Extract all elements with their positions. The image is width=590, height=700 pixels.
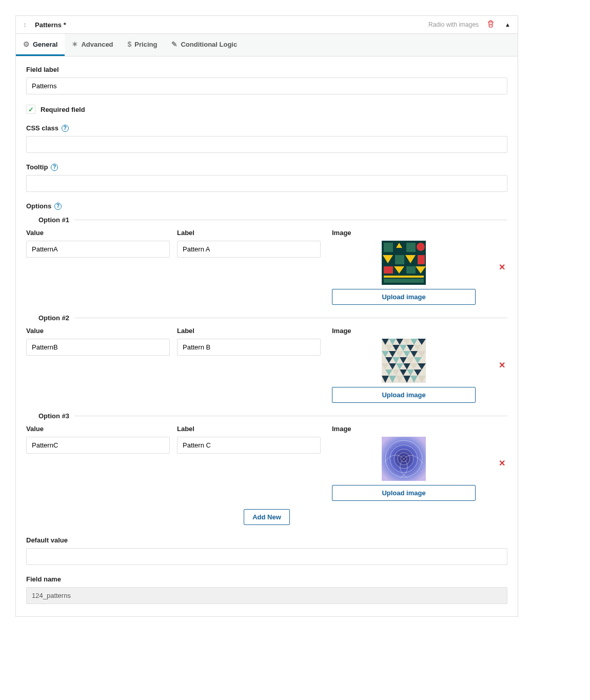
delete-field-button[interactable] [487, 20, 495, 29]
option-image-thumb [382, 339, 426, 383]
panel-body: Field label ✓ Required field CSS class ?… [16, 56, 518, 616]
svg-rect-8 [418, 255, 425, 264]
tab-general[interactable]: ⚙ General [16, 34, 65, 56]
field-label-input[interactable] [26, 77, 507, 94]
tab-label: Conditional Logic [181, 41, 237, 48]
required-label: Required field [41, 106, 85, 113]
option-label-header: Label [177, 425, 321, 433]
option-value-input[interactable] [26, 339, 170, 356]
field-type-label: Radio with images [428, 21, 479, 28]
svg-rect-9 [384, 266, 393, 274]
option-value-input[interactable] [26, 437, 170, 454]
field-editor-panel: ↕ Patterns * Radio with images ▲ ⚙ Gener… [15, 15, 518, 617]
option-image-thumb [382, 241, 426, 285]
option-title: Option #2 [26, 314, 69, 322]
field-name-group: Field name [26, 575, 507, 604]
panel-header: ↕ Patterns * Radio with images ▲ [16, 16, 518, 34]
divider [74, 220, 507, 220]
css-class-group: CSS class ? [26, 124, 507, 153]
tab-conditional-logic[interactable]: ✎ Conditional Logic [164, 34, 244, 56]
svg-rect-3 [406, 243, 416, 252]
sliders-icon: ✶ [72, 40, 78, 48]
tab-advanced[interactable]: ✶ Advanced [65, 34, 120, 56]
default-value-input[interactable] [26, 548, 507, 565]
checkbox-required[interactable]: ✓ [26, 105, 35, 114]
default-value-label: Default value [26, 536, 507, 544]
option-title: Option #3 [26, 412, 69, 420]
css-class-label: CSS class [26, 124, 58, 132]
remove-option-button[interactable]: ✕ [497, 360, 507, 370]
collapse-toggle-icon[interactable]: ▲ [505, 22, 510, 28]
gear-icon: ⚙ [23, 40, 30, 48]
help-icon[interactable]: ? [62, 125, 69, 132]
svg-rect-14 [384, 279, 424, 283]
tooltip-label: Tooltip [26, 163, 48, 171]
tooltip-input[interactable] [26, 175, 507, 192]
svg-rect-11 [406, 266, 416, 274]
option-image-header: Image [332, 425, 476, 433]
svg-point-4 [417, 243, 425, 251]
divider [74, 318, 507, 318]
field-name-input [26, 587, 507, 604]
css-class-input[interactable] [26, 136, 507, 153]
upload-image-button[interactable]: Upload image [332, 485, 476, 501]
field-label-group: Field label [26, 66, 507, 94]
option-label-header: Label [177, 327, 321, 335]
svg-rect-6 [395, 255, 404, 264]
dollar-icon: $ [128, 40, 132, 48]
svg-rect-1 [384, 243, 393, 252]
option-value-header: Value [26, 425, 170, 433]
divider [74, 416, 507, 416]
tabs: ⚙ General ✶ Advanced $ Pricing ✎ Conditi… [16, 34, 518, 56]
tooltip-group: Tooltip ? [26, 163, 507, 192]
panel-title: Patterns * [35, 21, 66, 29]
required-field-row[interactable]: ✓ Required field [26, 105, 507, 114]
tab-label: Pricing [134, 41, 157, 48]
options-label: Options [26, 202, 51, 210]
option-1: Option #1 Value Label Image [26, 216, 507, 308]
option-value-header: Value [26, 327, 170, 335]
wand-icon: ✎ [171, 40, 178, 48]
help-icon[interactable]: ? [54, 203, 62, 210]
option-2: Option #2 Value Label Image [26, 314, 507, 406]
field-label-label: Field label [26, 66, 507, 73]
svg-rect-13 [384, 276, 424, 278]
tab-pricing[interactable]: $ Pricing [121, 34, 165, 56]
option-label-header: Label [177, 229, 321, 237]
remove-option-button[interactable]: ✕ [497, 458, 507, 468]
option-value-header: Value [26, 229, 170, 237]
field-name-label: Field name [26, 575, 507, 583]
option-image-header: Image [332, 229, 476, 237]
option-value-input[interactable] [26, 241, 170, 258]
upload-image-button[interactable]: Upload image [332, 387, 476, 403]
help-icon[interactable]: ? [51, 164, 58, 171]
option-label-input[interactable] [177, 241, 321, 258]
option-title: Option #1 [26, 216, 69, 224]
option-image-thumb [382, 437, 426, 481]
option-label-input[interactable] [177, 437, 321, 454]
remove-option-button[interactable]: ✕ [497, 262, 507, 272]
option-label-input[interactable] [177, 339, 321, 356]
upload-image-button[interactable]: Upload image [332, 289, 476, 305]
drag-handle-icon[interactable]: ↕ [23, 21, 27, 29]
option-3: Option #3 Value Label Image [26, 412, 507, 504]
option-image-header: Image [332, 327, 476, 335]
tab-label: General [33, 41, 57, 48]
default-value-group: Default value [26, 536, 507, 565]
add-option-button[interactable]: Add New [244, 509, 290, 525]
tab-label: Advanced [81, 41, 113, 48]
